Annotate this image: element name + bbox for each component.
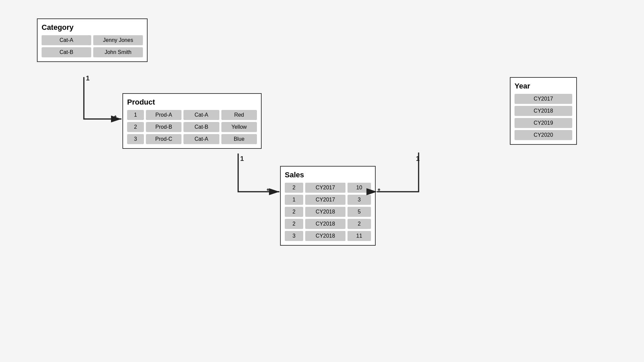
cat-prod-line	[84, 77, 121, 119]
sales-cell: 2	[285, 207, 303, 217]
sales-cell: CY2017	[305, 195, 345, 205]
year-cell: CY2017	[515, 94, 572, 104]
category-grid: Cat-A Jenny Jones Cat-B John Smith	[42, 35, 143, 57]
category-cell: Jenny Jones	[93, 35, 143, 45]
cat-prod-many-label: *	[114, 114, 117, 122]
category-title: Category	[42, 23, 143, 32]
product-cell: Blue	[221, 134, 257, 144]
sales-cell: 2	[285, 183, 303, 193]
product-grid: 1 Prod-A Cat-A Red 2 Prod-B Cat-B Yellow…	[127, 110, 257, 144]
sales-table: Sales 2 CY2017 10 1 CY2017 3 2 CY2018 5 …	[280, 166, 376, 246]
product-cell: Prod-C	[146, 134, 181, 144]
sales-cell: CY2018	[305, 219, 345, 229]
sales-cell: 2	[285, 219, 303, 229]
category-cell: Cat-A	[42, 35, 91, 45]
year-cell: CY2019	[515, 118, 572, 128]
year-grid: CY2017 CY2018 CY2019 CY2020	[515, 94, 572, 140]
year-sales-one-label: 1	[416, 155, 420, 163]
category-cell: Cat-B	[42, 47, 91, 57]
sales-cell: CY2018	[305, 231, 345, 241]
sales-cell: CY2017	[305, 183, 345, 193]
category-cell: John Smith	[93, 47, 143, 57]
prod-sales-many-label: *	[267, 187, 269, 195]
prod-sales-line	[238, 154, 279, 192]
sales-cell: 11	[347, 231, 371, 241]
year-cell: CY2018	[515, 106, 572, 116]
sales-title: Sales	[285, 171, 371, 179]
cat-prod-one-label: 1	[86, 74, 90, 82]
product-cell: 3	[127, 134, 144, 144]
sales-cell: 3	[347, 195, 371, 205]
sales-cell: 5	[347, 207, 371, 217]
product-title: Product	[127, 98, 257, 107]
product-cell: Prod-A	[146, 110, 181, 120]
product-cell: Cat-A	[183, 110, 219, 120]
year-title: Year	[515, 82, 572, 90]
sales-cell: CY2018	[305, 207, 345, 217]
sales-cell: 1	[285, 195, 303, 205]
product-table: Product 1 Prod-A Cat-A Red 2 Prod-B Cat-…	[122, 93, 262, 149]
sales-cell: 2	[347, 219, 371, 229]
year-table: Year CY2017 CY2018 CY2019 CY2020	[510, 77, 577, 145]
product-cell: Red	[221, 110, 257, 120]
sales-grid: 2 CY2017 10 1 CY2017 3 2 CY2018 5 2 CY20…	[285, 183, 371, 241]
sales-cell: 3	[285, 231, 303, 241]
year-cell: CY2020	[515, 130, 572, 140]
sales-cell: 10	[347, 183, 371, 193]
year-sales-many-label: *	[378, 187, 380, 195]
product-cell: 1	[127, 110, 144, 120]
product-cell: Cat-A	[183, 134, 219, 144]
product-cell: 2	[127, 122, 144, 132]
product-cell: Cat-B	[183, 122, 219, 132]
category-table: Category Cat-A Jenny Jones Cat-B John Sm…	[37, 18, 148, 62]
prod-sales-one-label: 1	[240, 155, 244, 163]
year-sales-line	[377, 153, 419, 192]
product-cell: Yellow	[221, 122, 257, 132]
product-cell: Prod-B	[146, 122, 181, 132]
